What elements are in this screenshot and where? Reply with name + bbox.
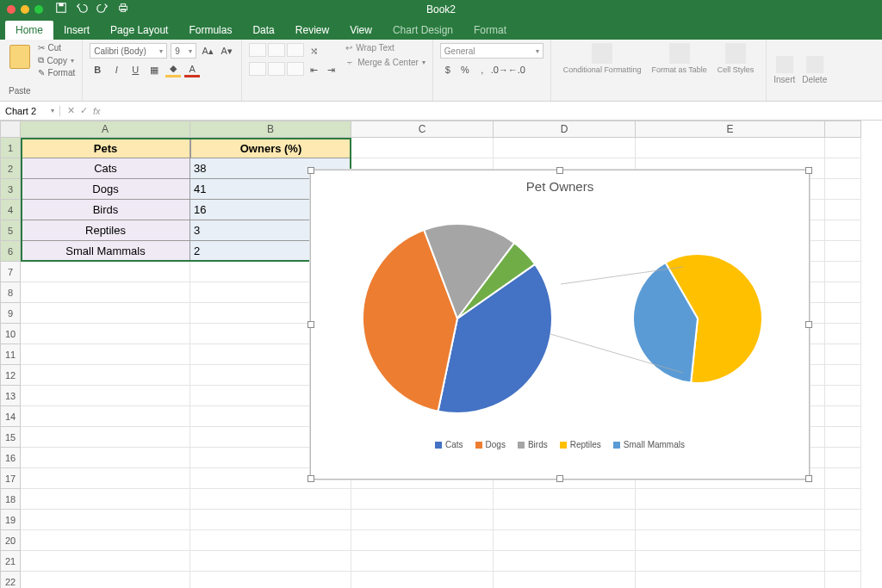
cell[interactable] — [21, 324, 190, 344]
cell[interactable] — [21, 406, 190, 427]
font-name-select[interactable]: Calibri (Body)▾ — [90, 43, 167, 59]
currency-button[interactable]: $ — [440, 62, 456, 77]
cell[interactable] — [825, 344, 861, 365]
tab-view[interactable]: View — [339, 21, 382, 40]
cell[interactable] — [636, 530, 825, 551]
cell[interactable] — [21, 262, 190, 282]
resize-handle[interactable] — [805, 321, 812, 328]
cell[interactable] — [825, 530, 861, 551]
row-header[interactable]: 5 — [0, 220, 21, 241]
cell[interactable] — [825, 282, 861, 303]
cell[interactable] — [825, 427, 861, 448]
row-header[interactable]: 6 — [0, 241, 21, 262]
cell[interactable] — [636, 551, 825, 572]
resize-handle[interactable] — [805, 475, 812, 482]
cell[interactable] — [21, 427, 190, 448]
cell[interactable]: Dogs — [21, 179, 190, 200]
bold-button[interactable]: B — [90, 62, 105, 77]
number-format-select[interactable]: General▾ — [440, 43, 543, 59]
copy-button[interactable]: ⧉Copy▾ — [38, 55, 76, 65]
cell[interactable] — [351, 530, 494, 551]
close-window-button[interactable] — [7, 5, 16, 14]
row-header[interactable]: 13 — [0, 386, 21, 406]
fx-icon[interactable]: fx — [93, 106, 101, 116]
tab-data[interactable]: Data — [242, 21, 284, 40]
row-header[interactable]: 3 — [0, 179, 21, 200]
cell[interactable]: Birds — [21, 200, 190, 220]
cell[interactable] — [190, 551, 351, 572]
percent-button[interactable]: % — [457, 62, 473, 77]
cell[interactable] — [21, 468, 190, 489]
cell[interactable] — [190, 489, 351, 510]
cell[interactable] — [494, 138, 636, 158]
row-header[interactable]: 9 — [0, 303, 21, 324]
cell[interactable] — [21, 510, 190, 530]
cell[interactable] — [636, 138, 825, 158]
cell[interactable] — [825, 220, 861, 241]
border-button[interactable]: ▦ — [146, 62, 162, 77]
orientation-button[interactable]: ⤭ — [306, 43, 321, 59]
font-color-button[interactable]: A — [184, 62, 200, 77]
cell[interactable] — [494, 551, 636, 572]
align-top-button[interactable] — [249, 43, 266, 57]
col-header-d[interactable]: D — [494, 121, 636, 138]
row-header[interactable]: 7 — [0, 262, 21, 282]
name-box[interactable]: Chart 2▾ — [0, 106, 60, 116]
merge-center-button[interactable]: ⫟Merge & Center▾ — [345, 58, 425, 67]
cell[interactable] — [825, 138, 861, 158]
save-icon[interactable] — [55, 2, 67, 17]
row-header[interactable]: 10 — [0, 324, 21, 344]
row-header[interactable]: 21 — [0, 551, 21, 572]
cell[interactable] — [825, 158, 861, 179]
fill-color-button[interactable]: ◆ — [165, 62, 181, 77]
cell[interactable] — [825, 572, 861, 588]
align-bottom-button[interactable] — [287, 43, 304, 57]
resize-handle[interactable] — [556, 475, 563, 482]
cell[interactable] — [494, 530, 636, 551]
cell[interactable] — [21, 489, 190, 510]
decrease-decimal-button[interactable]: ←.0 — [509, 62, 525, 77]
zoom-window-button[interactable] — [34, 5, 43, 14]
row-header[interactable]: 22 — [0, 572, 21, 588]
cell[interactable]: Owners (%) — [190, 138, 351, 158]
cell[interactable] — [825, 489, 861, 510]
cell[interactable] — [494, 489, 636, 510]
cell[interactable] — [21, 365, 190, 386]
row-header[interactable]: 12 — [0, 365, 21, 386]
cell[interactable] — [21, 303, 190, 324]
row-header[interactable]: 11 — [0, 344, 21, 365]
resize-handle[interactable] — [307, 321, 314, 328]
cell[interactable] — [825, 510, 861, 530]
align-right-button[interactable] — [287, 62, 304, 76]
cell[interactable] — [351, 551, 494, 572]
select-all-corner[interactable] — [0, 121, 21, 138]
cell[interactable] — [825, 448, 861, 468]
increase-indent-button[interactable]: ⇥ — [323, 62, 339, 77]
cell[interactable] — [190, 530, 351, 551]
chart-object[interactable]: Pet Owners CatsDogsBirdsReptilesSmall Ma… — [310, 170, 810, 480]
italic-button[interactable]: I — [109, 62, 124, 77]
row-header[interactable]: 17 — [0, 468, 21, 489]
cell[interactable] — [190, 510, 351, 530]
cell[interactable] — [21, 282, 190, 303]
cell[interactable] — [825, 386, 861, 406]
cell[interactable]: Pets — [21, 138, 190, 158]
cell[interactable] — [825, 468, 861, 489]
resize-handle[interactable] — [307, 167, 314, 174]
cell[interactable] — [494, 572, 636, 588]
cell[interactable]: Small Mammals — [21, 241, 190, 262]
cell[interactable] — [494, 510, 636, 530]
row-header[interactable]: 15 — [0, 427, 21, 448]
decrease-indent-button[interactable]: ⇤ — [306, 62, 321, 77]
tab-format[interactable]: Format — [463, 21, 517, 40]
cell[interactable] — [825, 406, 861, 427]
resize-handle[interactable] — [307, 475, 314, 482]
insert-cells-button[interactable]: Insert — [773, 56, 795, 84]
format-painter-button[interactable]: ✎Format — [38, 68, 76, 77]
cell[interactable] — [21, 551, 190, 572]
conditional-formatting-button[interactable]: Conditional Formatting — [558, 43, 647, 97]
underline-button[interactable]: U — [127, 62, 143, 77]
resize-handle[interactable] — [556, 167, 563, 174]
tab-chart-design[interactable]: Chart Design — [382, 21, 463, 40]
cell[interactable] — [825, 324, 861, 344]
